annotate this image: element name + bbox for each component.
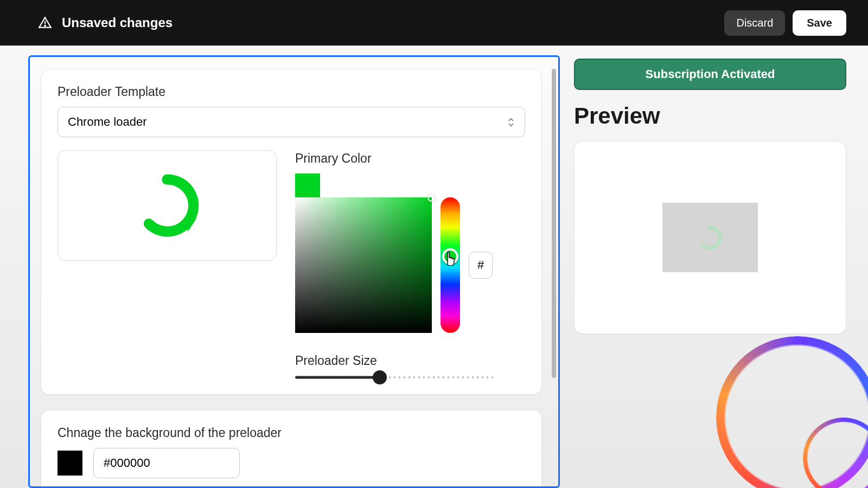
template-label: Preloader Template xyxy=(58,85,525,99)
sv-handle[interactable] xyxy=(427,194,435,202)
size-slider-dots xyxy=(387,376,496,379)
size-slider-fill xyxy=(295,376,382,379)
preview-title: Preview xyxy=(574,103,846,129)
background-label: Chnage the background of the preloader xyxy=(58,426,525,440)
preview-card xyxy=(574,141,846,334)
background-card: Chnage the background of the preloader xyxy=(41,410,542,488)
preview-loader-icon xyxy=(696,223,724,252)
svg-point-1 xyxy=(44,25,46,27)
preview-inner xyxy=(662,203,758,272)
template-select[interactable]: Chrome loader xyxy=(58,107,525,137)
primary-color-label: Primary Color xyxy=(295,151,525,166)
background-swatch[interactable] xyxy=(58,451,82,476)
size-slider-handle[interactable] xyxy=(373,370,387,384)
loader-thumbnail xyxy=(58,150,277,261)
topbar: Unsaved changes Discard Save xyxy=(0,0,868,46)
discard-button[interactable]: Discard xyxy=(724,10,785,36)
size-slider[interactable] xyxy=(295,376,496,379)
save-button[interactable]: Save xyxy=(793,10,846,36)
background-hex-input[interactable] xyxy=(93,448,240,478)
primary-color-swatch[interactable] xyxy=(295,174,320,197)
hex-toggle-button[interactable]: # xyxy=(469,252,493,279)
config-panel: Preloader Template Chrome loader xyxy=(28,55,560,488)
preview-panel: Subscription Activated Preview xyxy=(574,55,846,488)
template-select-value: Chrome loader xyxy=(68,115,147,129)
size-label: Preloader Size xyxy=(295,354,525,368)
panel-scrollbar[interactable] xyxy=(552,69,556,378)
chevron-updown-icon xyxy=(507,118,515,127)
hue-handle[interactable] xyxy=(442,248,458,265)
unsaved-changes-text: Unsaved changes xyxy=(62,15,173,30)
template-card: Preloader Template Chrome loader xyxy=(41,69,542,395)
unsaved-changes-indicator: Unsaved changes xyxy=(38,15,173,30)
hue-slider[interactable] xyxy=(441,197,460,333)
warning-icon xyxy=(38,16,52,30)
subscription-badge: Subscription Activated xyxy=(574,59,846,90)
topbar-actions: Discard Save xyxy=(724,10,846,36)
chrome-loader-icon xyxy=(135,173,200,238)
saturation-value-field[interactable] xyxy=(295,197,432,333)
